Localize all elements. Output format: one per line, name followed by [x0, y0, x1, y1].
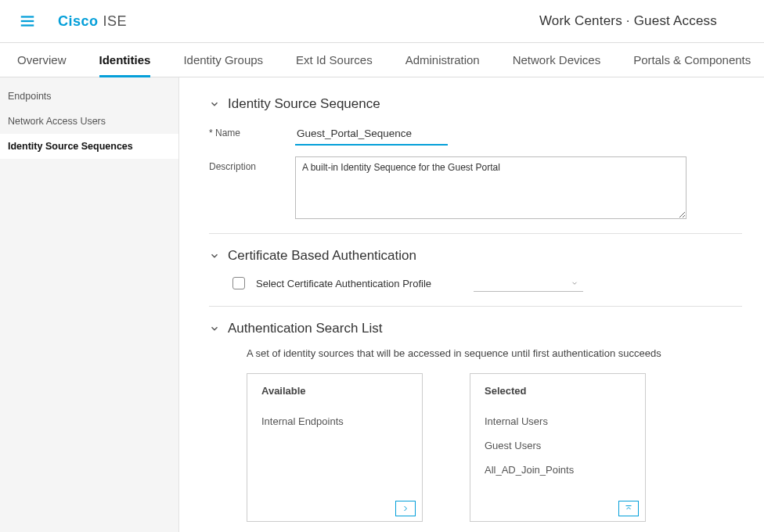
tab-administration[interactable]: Administration: [405, 43, 480, 77]
chevron-right-icon: [400, 504, 411, 513]
tab-identities[interactable]: Identities: [99, 43, 151, 77]
tab-network-devices[interactable]: Network Devices: [513, 43, 601, 77]
nav-tabs: OverviewIdentitiesIdentity GroupsExt Id …: [0, 43, 764, 77]
brand-bold: Cisco: [58, 13, 99, 29]
hamburger-icon[interactable]: [19, 13, 36, 30]
section-cert-auth[interactable]: Certificate Based Authentication: [209, 248, 742, 264]
available-heading: Available: [261, 385, 408, 397]
name-label: Name: [209, 123, 295, 138]
sidebar-item-identity-source-sequences[interactable]: Identity Source Sequences: [0, 134, 178, 159]
section3-title: Authentication Search List: [228, 321, 383, 336]
move-top-button[interactable]: [618, 501, 639, 516]
tab-overview[interactable]: Overview: [17, 43, 67, 77]
tab-ext-id-sources[interactable]: Ext Id Sources: [296, 43, 373, 77]
chevron-down-icon: [209, 250, 220, 261]
move-right-button[interactable]: [395, 501, 416, 516]
chevron-down-icon: [209, 323, 220, 334]
breadcrumb: Work Centers · Guest Access: [539, 13, 717, 29]
tab-portals-components[interactable]: Portals & Components: [633, 43, 751, 77]
brand-light: ISE: [103, 13, 128, 29]
section1-title: Identity Source Sequence: [228, 96, 380, 112]
sidebar: EndpointsNetwork Access UsersIdentity So…: [0, 77, 179, 532]
sidebar-item-endpoints[interactable]: Endpoints: [0, 84, 178, 109]
divider: [209, 233, 742, 234]
auth-hint: A set of identity sources that will be a…: [247, 347, 742, 359]
tab-identity-groups[interactable]: Identity Groups: [183, 43, 263, 77]
chevron-down-icon: [209, 99, 220, 110]
list-item[interactable]: All_AD_Join_Points: [485, 458, 631, 482]
list-item[interactable]: Internal Endpoints: [261, 409, 408, 433]
available-listbox: Available Internal Endpoints: [247, 373, 423, 522]
section-identity-source[interactable]: Identity Source Sequence: [209, 96, 742, 112]
section2-title: Certificate Based Authentication: [228, 248, 416, 264]
list-item[interactable]: Internal Users: [485, 409, 631, 433]
desc-label: Description: [209, 156, 295, 172]
sidebar-item-network-access-users[interactable]: Network Access Users: [0, 109, 178, 134]
list-item[interactable]: Guest Users: [485, 433, 631, 458]
divider: [209, 306, 742, 307]
selected-heading: Selected: [485, 385, 631, 397]
section-auth-search[interactable]: Authentication Search List: [209, 321, 742, 336]
cert-profile-checkbox[interactable]: [232, 277, 245, 289]
move-top-icon: [623, 504, 634, 513]
description-textarea[interactable]: [295, 156, 687, 219]
name-input[interactable]: [295, 123, 448, 146]
selected-listbox: Selected Internal UsersGuest UsersAll_AD…: [470, 373, 646, 522]
cert-profile-dropdown[interactable]: [474, 275, 583, 292]
chevron-down-icon: [571, 279, 578, 287]
main-content: Identity Source Sequence Name Descriptio…: [179, 77, 764, 532]
cert-profile-label: Select Certificate Authentication Profil…: [256, 278, 431, 289]
brand-logo: CiscoISE: [58, 13, 127, 30]
